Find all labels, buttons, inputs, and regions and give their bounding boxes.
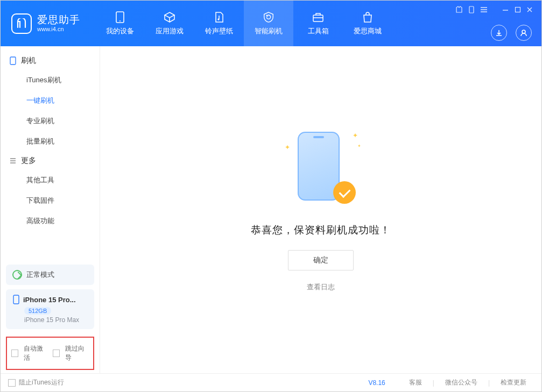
tab-toolbox[interactable]: 工具箱 [293, 1, 343, 46]
shopping-bag-icon [362, 11, 374, 23]
tab-label: 智能刷机 [255, 26, 283, 36]
main-tabs: 我的设备 应用游戏 铃声壁纸 智能刷机 工具箱 爱思商城 [95, 1, 392, 46]
check-update-link[interactable]: 检查更新 [501, 378, 526, 387]
svg-rect-8 [13, 295, 19, 304]
check-badge-icon [333, 181, 356, 204]
close-button[interactable] [526, 6, 533, 15]
status-box[interactable]: 正常模式 [6, 265, 94, 285]
account-button[interactable] [516, 25, 532, 41]
support-link[interactable]: 客服 [409, 378, 422, 387]
status-ok-icon [12, 270, 22, 280]
sidebar: 刷机 iTunes刷机 一键刷机 专业刷机 批量刷机 更多 其他工具 下载固件 … [1, 46, 100, 373]
sidebar-section-flash[interactable]: 刷机 [1, 52, 100, 70]
phone-small-icon[interactable] [468, 6, 475, 15]
section-title: 更多 [21, 156, 36, 166]
block-itunes-checkbox[interactable] [8, 379, 16, 387]
tab-store[interactable]: 爱思商城 [343, 1, 392, 46]
wechat-link[interactable]: 微信公众号 [445, 378, 477, 387]
sidebar-item-oneclick-flash[interactable]: 一键刷机 [1, 90, 100, 111]
view-log-link[interactable]: 查看日志 [307, 282, 335, 292]
tab-label: 工具箱 [308, 26, 329, 36]
section-title: 刷机 [21, 56, 36, 66]
sidebar-item-download-firmware[interactable]: 下载固件 [1, 190, 100, 211]
device-box[interactable]: iPhone 15 Pro... 512GB iPhone 15 Pro Max [6, 289, 94, 329]
phone-icon [114, 11, 126, 23]
refresh-badge-icon [263, 11, 274, 23]
download-button[interactable] [491, 25, 507, 41]
tab-ringtones[interactable]: 铃声壁纸 [194, 1, 244, 46]
svg-rect-4 [469, 6, 474, 13]
block-itunes-label: 阻止iTunes运行 [19, 378, 64, 387]
logo: 爱思助手 www.i4.cn [1, 13, 90, 34]
svg-rect-5 [516, 8, 520, 12]
footer: 阻止iTunes运行 V8.16 客服 | 微信公众号 | 检查更新 [1, 373, 541, 391]
device-name: iPhone 15 Pro... [23, 296, 76, 304]
sidebar-item-other-tools[interactable]: 其他工具 [1, 170, 100, 190]
more-icon [9, 157, 17, 165]
device-model: iPhone 15 Pro Max [24, 316, 88, 324]
tab-label: 爱思商城 [354, 26, 382, 36]
success-message: 恭喜您，保资料刷机成功啦！ [251, 223, 391, 237]
toolbox-icon [312, 11, 324, 23]
ok-button[interactable]: 确定 [288, 250, 354, 270]
window-controls [455, 6, 533, 15]
app-name: 爱思助手 [37, 14, 80, 26]
storage-badge: 512GB [24, 307, 51, 315]
success-illustration: ✦ ✦ ✦ [280, 127, 361, 208]
auto-activate-checkbox[interactable] [11, 350, 18, 357]
app-header: 爱思助手 www.i4.cn 我的设备 应用游戏 铃声壁纸 智能刷机 [1, 1, 541, 46]
svg-point-1 [119, 20, 121, 22]
device-phone-icon [12, 295, 20, 304]
tab-my-device[interactable]: 我的设备 [95, 1, 145, 46]
activation-options: 自动激活 跳过向导 [6, 337, 94, 370]
status-mode: 正常模式 [26, 270, 54, 280]
cube-icon [164, 11, 175, 23]
svg-rect-3 [313, 15, 323, 22]
tab-apps[interactable]: 应用游戏 [145, 1, 194, 46]
sidebar-section-more[interactable]: 更多 [1, 152, 100, 170]
music-file-icon [213, 11, 225, 23]
auto-activate-label: 自动激活 [24, 344, 47, 362]
skin-icon[interactable] [455, 6, 463, 15]
minimize-button[interactable] [502, 6, 509, 15]
header-actions [491, 25, 532, 41]
tab-flash[interactable]: 智能刷机 [244, 1, 293, 46]
tab-label: 我的设备 [106, 26, 134, 36]
app-url: www.i4.cn [37, 26, 80, 33]
svg-point-6 [522, 30, 525, 33]
skip-wizard-label: 跳过向导 [65, 344, 89, 362]
svg-rect-7 [10, 57, 16, 65]
logo-icon [11, 13, 32, 34]
sidebar-item-itunes-flash[interactable]: iTunes刷机 [1, 70, 100, 90]
svg-point-2 [217, 18, 219, 20]
sidebar-item-advanced[interactable]: 高级功能 [1, 211, 100, 231]
tab-label: 应用游戏 [156, 26, 184, 36]
skip-wizard-checkbox[interactable] [53, 350, 60, 357]
maximize-button[interactable] [515, 6, 521, 15]
main-content: ✦ ✦ ✦ 恭喜您，保资料刷机成功啦！ 确定 查看日志 [100, 46, 541, 373]
device-icon [9, 56, 17, 65]
sidebar-item-batch-flash[interactable]: 批量刷机 [1, 131, 100, 152]
sidebar-item-pro-flash[interactable]: 专业刷机 [1, 111, 100, 131]
tab-label: 铃声壁纸 [205, 26, 233, 36]
menu-icon[interactable] [480, 6, 488, 15]
version-label: V8.16 [368, 379, 385, 387]
